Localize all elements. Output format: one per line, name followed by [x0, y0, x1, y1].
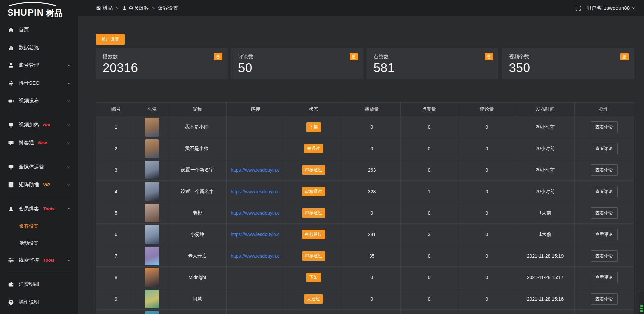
table-row: 3设置一个新名字https://www.iesdouyin.c审核通过26300… [96, 159, 634, 180]
logo[interactable]: SHUPIN 树品 [0, 0, 78, 17]
row-index: 3 [115, 167, 117, 173]
green-bar [640, 310, 643, 311]
comments-cell: 0 [458, 116, 516, 138]
sidebar-item[interactable]: 矩阵助推VIP [0, 176, 78, 194]
status-badge[interactable]: 审核通过 [302, 251, 325, 261]
topbar-right: 用户名: zswodun88 [575, 5, 635, 11]
comments-value: 0 [486, 210, 488, 216]
time-cell: 20小时前 [516, 181, 575, 202]
sidebar-subitem[interactable]: 活动设置 [0, 234, 78, 251]
comments-value: 0 [486, 124, 488, 130]
view-comments-button[interactable]: 查看评论 [591, 207, 618, 219]
sidebar-item[interactable]: 数据总览 [0, 39, 78, 56]
column-header: 点赞量 [401, 103, 458, 116]
likes-cell: 0 [401, 138, 458, 159]
bar-chart-icon [8, 45, 14, 51]
username-label: 用户名: zswodun88 [586, 5, 630, 11]
likes-cell [401, 310, 458, 314]
video-link[interactable]: https://www.iesdouyin.c [231, 253, 280, 259]
sidebar-item[interactable]: 全媒体运营 [0, 158, 78, 176]
plays-cell: 0 [343, 288, 401, 309]
view-comments-button[interactable]: 查看评论 [591, 229, 618, 240]
view-comments-button[interactable]: 查看评论 [591, 164, 618, 176]
status-badge[interactable]: 审核通过 [302, 230, 325, 239]
plays-cell: 328 [343, 181, 401, 202]
video-link[interactable]: https://www.iesdouyin.c [231, 232, 280, 237]
video-link[interactable]: https://www.iesdouyin.c [231, 210, 280, 216]
sidebar-item[interactable]: 账号管理 [0, 56, 78, 74]
sidebar-item[interactable]: 视频加热Hot [0, 116, 78, 134]
status-badge[interactable]: 审核通过 [302, 165, 325, 175]
stat-card-value: 350 [509, 61, 627, 75]
sidebar-item[interactable]: 抖客通New [0, 134, 78, 152]
nickname: Midnight [189, 275, 206, 280]
link-cell [227, 116, 284, 138]
sidebar-item[interactable]: 首页 [0, 21, 78, 39]
time-value: 20小时前 [536, 124, 555, 130]
view-comments-button[interactable]: 查看评论 [591, 186, 618, 197]
video-link[interactable]: https://www.iesdouyin.c [231, 189, 280, 194]
breadcrumb-item[interactable]: 爆客设置 [158, 5, 178, 11]
breadcrumb-item[interactable]: 会员爆客 [122, 5, 149, 11]
promote-settings-button[interactable]: 推广设置 [96, 34, 125, 45]
table-row: 1我不是小帅!下架00020小时前查看评论 [96, 116, 634, 138]
sidebar-item[interactable]: ?操作说明 [0, 293, 78, 311]
fullscreen-icon[interactable] [575, 5, 581, 11]
sidebar-item[interactable]: 抖音SEO [0, 74, 78, 92]
gear-icon [8, 80, 14, 86]
status-badge[interactable]: 未通过 [304, 144, 323, 153]
breadcrumb-item[interactable]: 树品 [96, 5, 113, 11]
sidebar-divider [5, 272, 72, 272]
status-cell: 下架 [284, 116, 343, 138]
time-cell: 2021-11-28 15:17 [516, 267, 575, 288]
likes-cell: 0 [401, 245, 458, 266]
view-comments-button[interactable]: 查看评论 [591, 143, 618, 154]
monitor-icon [8, 164, 14, 170]
sidebar-item[interactable]: 线索监控Tools [0, 251, 78, 269]
plays-cell: 263 [343, 159, 401, 180]
row-index: 4 [115, 189, 117, 194]
time-cell: 1天前 [516, 224, 575, 245]
nickname: 我不是小帅! [185, 146, 210, 152]
view-comments-button[interactable]: 查看评论 [591, 121, 618, 133]
question-icon: ? [8, 299, 14, 305]
chevron-down-icon [67, 63, 71, 67]
sliders-icon [8, 257, 14, 263]
comments-cell: 0 [458, 202, 516, 223]
status-cell: 未通过 [284, 138, 343, 159]
green-bar [640, 308, 643, 309]
view-comments-button[interactable]: 查看评论 [591, 272, 618, 283]
link-cell: https://www.iesdouyin.c [227, 181, 284, 202]
user-dropdown[interactable]: 用户名: zswodun88 [586, 5, 635, 11]
status-badge[interactable]: 审核通过 [302, 208, 325, 218]
comments-cell: 0 [458, 267, 516, 288]
overlay-widget[interactable] [639, 291, 644, 314]
time-cell: 20小时前 [516, 116, 575, 138]
row-index-cell: 5 [96, 202, 136, 223]
view-comments-button[interactable]: 查看评论 [591, 293, 618, 305]
likes-cell: 0 [401, 202, 458, 223]
status-badge[interactable]: 未通过 [304, 294, 323, 304]
stat-card-value: 20316 [103, 61, 221, 75]
comments-cell: 0 [458, 138, 516, 159]
view-comments-button[interactable]: 查看评论 [591, 250, 618, 262]
sidebar-item[interactable]: 视频发布 [0, 92, 78, 110]
likes-cell: 1 [401, 181, 458, 202]
chevron-down-icon [631, 6, 635, 10]
status-badge[interactable]: 下架 [306, 122, 321, 132]
status-badge[interactable]: 审核通过 [302, 187, 325, 196]
column-header: 编号 [96, 103, 136, 116]
status-badge[interactable]: 下架 [306, 273, 321, 282]
sidebar-item[interactable]: 会员爆客Tools [0, 200, 78, 218]
sidebar-subitem[interactable]: 爆客设置 [0, 218, 78, 234]
plays-cell: 0 [343, 202, 401, 223]
time-value: 2021-11-28 15:16 [527, 296, 564, 302]
comments-value: 0 [486, 232, 488, 237]
video-link[interactable]: https://www.iesdouyin.c [231, 167, 280, 173]
sidebar-item[interactable]: 消费明细 [0, 275, 78, 293]
comments-value: 0 [486, 189, 488, 194]
sidebar-submenu: 爆客设置活动设置 [0, 218, 78, 251]
sidebar-item-label: 操作说明 [19, 299, 39, 305]
comments-value: 0 [486, 146, 488, 151]
column-header: 链接 [227, 103, 284, 116]
